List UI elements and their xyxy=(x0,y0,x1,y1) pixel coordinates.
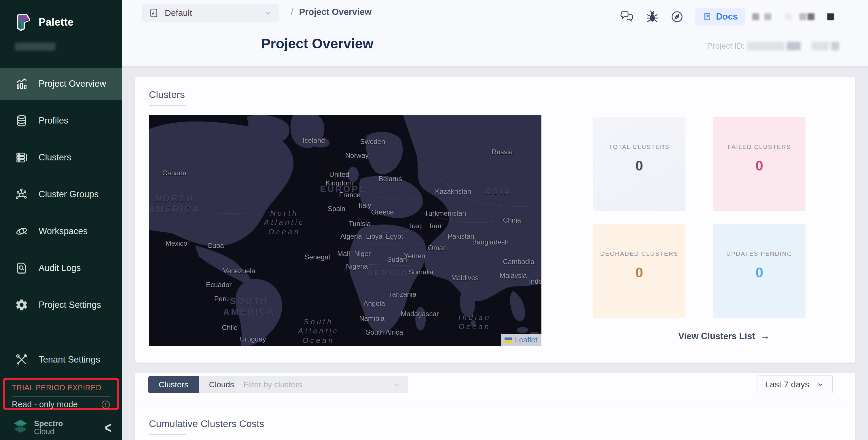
title-underline xyxy=(149,105,186,106)
map-label: Oman xyxy=(428,244,447,252)
map-label: Iraq xyxy=(410,222,422,230)
map-label: Kazakhstan xyxy=(435,187,471,196)
sidebar-item-label: Profiles xyxy=(39,116,68,126)
audit-logs-icon xyxy=(15,261,28,275)
warning-icon xyxy=(101,400,110,409)
chevron-down-icon xyxy=(393,381,401,389)
cluster-groups-icon xyxy=(15,188,28,201)
map-labels-layer: IcelandSwedenNorwayRussiaCanadaUnited Ki… xyxy=(149,115,541,346)
sidebar-item-profiles[interactable]: Profiles xyxy=(0,105,122,136)
chevron-down-icon xyxy=(264,9,272,17)
header-actions: Docs xyxy=(620,0,868,33)
map-label: Mali xyxy=(337,249,350,258)
map-label: Algeria xyxy=(340,232,362,241)
filter-by-clusters-dropdown[interactable]: Filter by clusters xyxy=(236,376,408,394)
sidebar-item-label: Project Overview xyxy=(39,78,106,89)
map-label: Russia xyxy=(492,148,513,156)
clusters-panel: Clusters xyxy=(135,77,855,363)
sidebar-item-label: Cluster Groups xyxy=(39,189,98,199)
map-label: Tunisia xyxy=(349,219,371,228)
clusters-world-map[interactable]: IcelandSwedenNorwayRussiaCanadaUnited Ki… xyxy=(149,115,541,346)
view-clusters-list-link[interactable]: View Clusters List→ xyxy=(593,330,855,342)
stat-value: 0 xyxy=(755,158,763,174)
breadcrumb-separator: / xyxy=(290,6,293,18)
stat-label: UPDATES PENDING xyxy=(726,250,792,257)
redacted-item xyxy=(764,13,771,20)
docs-button-label: Docs xyxy=(716,11,738,22)
map-label: Niger xyxy=(354,249,371,258)
map-label: Mexico xyxy=(165,239,187,248)
brand-logo: Palette xyxy=(0,0,122,32)
map-label: Pakistan xyxy=(448,232,474,241)
trial-divider xyxy=(12,396,110,397)
project-selector-dropdown[interactable]: Default xyxy=(142,4,279,22)
map-label: Iran xyxy=(429,222,441,230)
sidebar-collapse-button[interactable]: < xyxy=(105,419,112,437)
map-label: Angola xyxy=(364,299,385,308)
docs-button[interactable]: Docs xyxy=(695,8,745,26)
filter-placeholder: Filter by clusters xyxy=(243,380,302,389)
time-range-dropdown[interactable]: Last 7 days xyxy=(756,376,833,394)
map-label: North Atlantic Ocean xyxy=(264,209,305,237)
leaflet-link[interactable]: Leaflet xyxy=(515,336,537,344)
map-label: Bangladesh xyxy=(472,238,508,247)
footer-brand-line2: Cloud xyxy=(34,428,63,436)
map-label: Egypt xyxy=(385,232,403,241)
map-label: Madagascar xyxy=(401,310,439,318)
feedback-chat-icon[interactable] xyxy=(620,10,634,23)
footer-brand-line1: Spectro xyxy=(34,419,63,428)
docs-book-icon xyxy=(703,12,712,21)
redacted-item xyxy=(785,13,792,20)
tab-clusters[interactable]: Clusters xyxy=(148,376,199,394)
breadcrumb: / Project Overview xyxy=(290,6,372,18)
sidebar-item-project-settings[interactable]: Project Settings xyxy=(0,289,122,321)
tour-compass-icon[interactable] xyxy=(671,10,684,23)
map-label: Greece xyxy=(371,208,394,217)
tenant-settings-icon xyxy=(15,353,28,366)
redacted-tenant-name xyxy=(15,42,55,51)
sidebar-item-workspaces[interactable]: Workspaces xyxy=(0,215,122,247)
map-label: Norway xyxy=(345,151,369,160)
map-label: SOUTH AMERICA xyxy=(223,296,275,318)
stat-label: DEGRADED CLUSTERS xyxy=(600,250,678,257)
spectro-cloud-logo xyxy=(11,419,30,437)
stat-value: 0 xyxy=(755,264,763,280)
map-label: Cambodia xyxy=(503,257,534,266)
trial-title: TRIAL PERIOD EXPIRED xyxy=(12,383,110,392)
sidebar-item-tenant-settings[interactable]: Tenant Settings xyxy=(0,344,122,376)
map-label: ASIA xyxy=(485,186,512,197)
project-id-label: Project ID: xyxy=(707,41,745,51)
stat-card-updates-pending: UPDATES PENDING 0 xyxy=(713,224,806,318)
map-label: South Africa xyxy=(366,328,403,337)
stat-card-failed-clusters: FAILED CLUSTERS 0 xyxy=(713,117,806,211)
map-label: Indian Ocean xyxy=(459,312,491,331)
map-label: Somalia xyxy=(408,268,433,277)
map-label: Indone xyxy=(529,277,541,286)
map-label: Tanzania xyxy=(389,290,416,298)
map-label: Iceland xyxy=(303,136,325,145)
project-overview-icon xyxy=(15,77,28,90)
bug-report-icon[interactable] xyxy=(646,10,659,23)
sidebar-item-clusters[interactable]: Clusters xyxy=(0,142,122,174)
sidebar-item-cluster-groups[interactable]: Cluster Groups xyxy=(0,179,122,210)
map-label: Malaysia xyxy=(500,271,527,280)
content-area: Clusters xyxy=(122,66,868,440)
stat-label: TOTAL CLUSTERS xyxy=(609,144,670,150)
map-label: Ecuador xyxy=(206,280,231,289)
map-label: Chile xyxy=(222,323,238,332)
sidebar-item-project-overview[interactable]: Project Overview xyxy=(0,68,122,100)
redacted-user-controls xyxy=(752,13,834,20)
sidebar-item-audit-logs[interactable]: Audit Logs xyxy=(0,252,122,284)
costs-panel-title: Cumulative Clusters Costs xyxy=(149,418,265,429)
redacted-item xyxy=(800,13,806,20)
map-label: Yemen xyxy=(404,252,425,260)
map-label: Cuba xyxy=(207,241,224,250)
map-label: United Kingdom xyxy=(326,170,353,187)
map-label: China xyxy=(503,216,521,225)
redacted-item xyxy=(827,13,834,20)
map-label: NORTH AMERICA xyxy=(149,193,200,215)
map-label: Nigeria xyxy=(346,262,368,271)
redacted-item xyxy=(752,13,759,20)
app-root: Palette Project Overview xyxy=(0,0,868,440)
breadcrumb-current: Project Overview xyxy=(299,7,372,17)
